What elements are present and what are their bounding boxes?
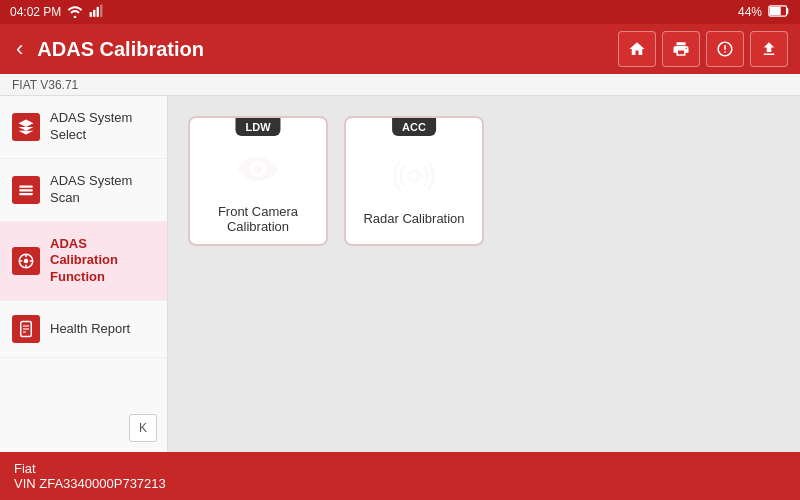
status-left: 04:02 PM [10,4,103,21]
page-title: ADAS Calibration [37,38,204,61]
svg-rect-9 [19,193,33,195]
radar-calibration-card[interactable]: ACC Radar Calibration [344,116,484,246]
sidebar-item-adas-system-select[interactable]: ADAS System Select [0,96,167,159]
ldw-badge: LDW [235,118,280,136]
bottom-bar: Fiat VIN ZFA3340000P737213 [0,452,800,500]
content-area: LDW Front Camera Calibration ACC [168,96,800,452]
sidebar-item-label: ADAS System Scan [50,173,155,207]
svg-point-20 [254,165,262,173]
radar-icon [389,156,439,205]
svg-rect-4 [100,4,102,16]
acc-badge: ACC [392,118,436,136]
front-camera-card[interactable]: LDW Front Camera Calibration [188,116,328,246]
adas-select-icon [12,113,40,141]
adas-calibration-icon [12,247,40,275]
sidebar-item-label: ADAS Calibration Function [50,236,155,287]
main-layout: ADAS System Select ADAS System Scan ADAS… [0,96,800,452]
svg-rect-8 [19,189,33,191]
svg-rect-7 [19,185,33,187]
svg-point-11 [24,259,29,264]
version-bar: FIAT V36.71 [0,74,800,96]
time-display: 04:02 PM [10,5,61,19]
version-text: FIAT V36.71 [12,78,78,92]
collapse-label: K [139,421,147,435]
radar-label: Radar Calibration [355,211,472,226]
battery-icon [768,5,790,20]
adas-button[interactable] [706,31,744,67]
vehicle-make: Fiat [14,461,166,476]
camera-icon [233,149,283,198]
sidebar: ADAS System Select ADAS System Scan ADAS… [0,96,168,452]
home-button[interactable] [618,31,656,67]
svg-rect-3 [97,6,99,16]
health-report-icon [12,315,40,343]
collapse-button[interactable]: K [129,414,157,442]
svg-point-21 [409,171,419,181]
sidebar-item-adas-calibration-function[interactable]: ADAS Calibration Function [0,222,167,302]
sidebar-item-label: Health Report [50,321,130,338]
status-bar: 04:02 PM 44% [0,0,800,24]
battery-percent: 44% [738,5,762,19]
front-camera-label: Front Camera Calibration [190,204,326,234]
status-right: 44% [738,5,790,20]
svg-rect-2 [93,9,95,16]
svg-point-0 [74,15,77,17]
print-button[interactable] [662,31,700,67]
header-left: ‹ ADAS Calibration [12,32,204,66]
export-button[interactable] [750,31,788,67]
header: ‹ ADAS Calibration [0,24,800,74]
adas-scan-icon [12,176,40,204]
header-actions [618,31,788,67]
vehicle-vin: VIN ZFA3340000P737213 [14,476,166,491]
back-button[interactable]: ‹ [12,32,27,66]
signal-icon [89,4,103,21]
vehicle-info: Fiat VIN ZFA3340000P737213 [14,461,166,491]
sidebar-item-adas-system-scan[interactable]: ADAS System Scan [0,159,167,222]
svg-rect-6 [770,6,781,14]
sidebar-item-health-report[interactable]: Health Report [0,301,167,358]
sidebar-item-label: ADAS System Select [50,110,155,144]
svg-rect-1 [90,12,92,17]
wifi-icon [67,4,83,21]
